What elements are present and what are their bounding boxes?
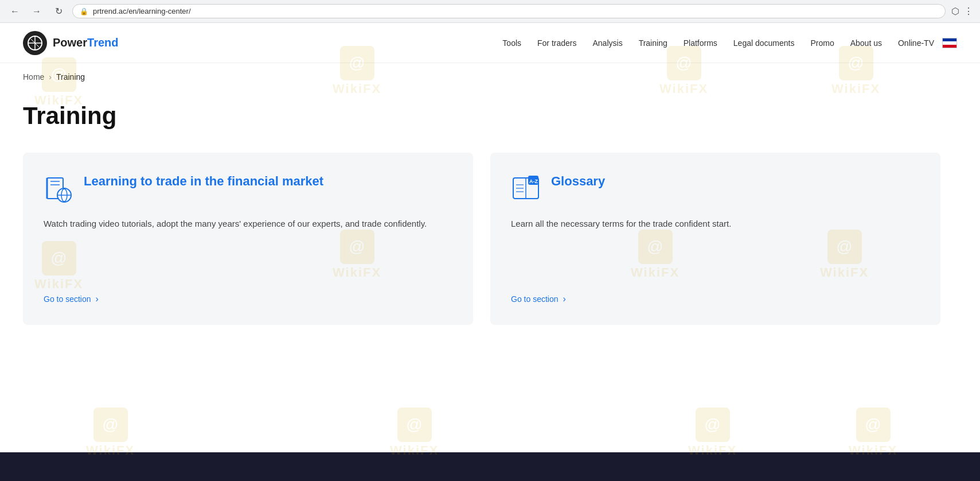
breadcrumb-current: Training bbox=[56, 72, 85, 82]
cards-grid: Learning to trade in the financial marke… bbox=[23, 153, 940, 325]
site-header: PowerTrend Tools For traders Analysis Tr… bbox=[0, 23, 980, 63]
main-nav: Tools For traders Analysis Training Plat… bbox=[141, 23, 957, 63]
breadcrumb-separator: › bbox=[49, 72, 52, 82]
breadcrumb-home[interactable]: Home bbox=[23, 72, 44, 82]
card-glossary-title: Glossary bbox=[551, 173, 605, 190]
lock-icon: 🔒 bbox=[80, 7, 88, 15]
main-content: Training Lear bbox=[0, 91, 963, 359]
browser-back-button[interactable]: ← bbox=[7, 3, 23, 20]
card-learn-trade-header: Learning to trade in the financial marke… bbox=[44, 173, 452, 203]
nav-tools[interactable]: Tools bbox=[494, 23, 529, 63]
card-learn-trade-title: Learning to trade in the financial marke… bbox=[84, 173, 323, 190]
page-title: Training bbox=[23, 102, 940, 130]
nav-promo[interactable]: Promo bbox=[802, 23, 842, 63]
browser-chrome: ← → ↻ 🔒 prtrend.ac/en/learning-center/ ⬡… bbox=[0, 0, 980, 23]
card-learn-trade: Learning to trade in the financial marke… bbox=[23, 153, 473, 325]
card-learn-trade-desc: Watch trading video tutorials, adopt the… bbox=[44, 217, 452, 276]
nav-legal[interactable]: Legal documents bbox=[725, 23, 803, 63]
browser-reload-button[interactable]: ↻ bbox=[50, 3, 67, 20]
nav-platforms[interactable]: Platforms bbox=[676, 23, 725, 63]
card-glossary: A-Z Glossary Learn all the necessary ter… bbox=[490, 153, 940, 325]
card-learn-trade-link[interactable]: Go to section › bbox=[44, 294, 452, 304]
cast-icon[interactable]: ⬡ bbox=[951, 6, 959, 17]
card-glossary-desc: Learn all the necessary terms for the tr… bbox=[511, 217, 920, 276]
card-glossary-arrow: › bbox=[563, 294, 566, 304]
logo-icon bbox=[23, 31, 47, 55]
nav-online-tv[interactable]: Online-TV bbox=[890, 23, 942, 63]
language-flag[interactable] bbox=[942, 38, 957, 48]
nav-training[interactable]: Training bbox=[631, 23, 676, 63]
card-glossary-icon: A-Z bbox=[511, 173, 541, 203]
svg-text:A-Z: A-Z bbox=[529, 179, 538, 184]
breadcrumb: Home › Training bbox=[0, 63, 980, 91]
card-learn-trade-arrow: › bbox=[96, 294, 99, 304]
nav-about[interactable]: About us bbox=[842, 23, 890, 63]
browser-actions: ⬡ ⋮ bbox=[951, 6, 973, 17]
logo[interactable]: PowerTrend bbox=[23, 31, 118, 55]
card-learn-trade-icon bbox=[44, 173, 73, 203]
card-glossary-header: A-Z Glossary bbox=[511, 173, 920, 203]
address-bar[interactable]: 🔒 prtrend.ac/en/learning-center/ bbox=[72, 4, 946, 18]
url-text: prtrend.ac/en/learning-center/ bbox=[93, 7, 938, 15]
logo-power: PowerTrend bbox=[53, 36, 118, 49]
browser-forward-button[interactable]: → bbox=[29, 3, 45, 20]
card-glossary-link[interactable]: Go to section › bbox=[511, 294, 920, 304]
more-icon[interactable]: ⋮ bbox=[964, 6, 973, 17]
nav-for-traders[interactable]: For traders bbox=[529, 23, 584, 63]
nav-analysis[interactable]: Analysis bbox=[585, 23, 631, 63]
